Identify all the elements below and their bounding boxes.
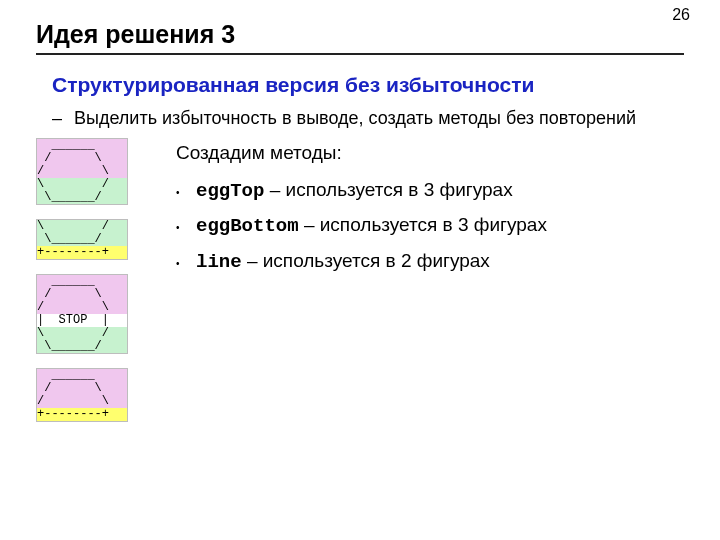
slide: 26 Идея решения 3 Структурированная верс… [0, 0, 720, 540]
ascii-figure-egg: ______ / \ / \\ / \______/ [36, 138, 128, 205]
dash-text: Выделить избыточность в выводе, создать … [74, 107, 636, 130]
bullet-icon: • [176, 253, 196, 275]
ascii-figure-hat: ______ / \ / \+--------+ [36, 368, 128, 422]
list-item: • eggTop – используется в 3 фигурах [176, 173, 547, 208]
method-desc: – используется в 2 фигурах [242, 250, 490, 271]
bullet-icon: • [176, 182, 196, 204]
content-row: ______ / \ / \\ / \______/ \ / \______/+… [36, 138, 684, 436]
methods-list: • eggTop – используется в 3 фигурах • eg… [176, 173, 547, 279]
dash-bullet: – Выделить избыточность в выводе, создат… [52, 107, 684, 130]
methods-intro: Создадим методы: [176, 138, 547, 167]
list-item: • line – используется в 2 фигурах [176, 244, 547, 279]
page-number: 26 [672, 6, 690, 24]
method-code: eggBottom [196, 215, 299, 237]
list-item: • eggBottom – используется в 3 фигурах [176, 208, 547, 243]
dash-marker: – [52, 107, 74, 130]
method-code: line [196, 251, 242, 273]
methods-block: Создадим методы: • eggTop – используется… [176, 138, 547, 280]
bullet-icon: • [176, 217, 196, 239]
method-line: line – используется в 2 фигурах [196, 246, 490, 277]
slide-title: Идея решения 3 [36, 20, 684, 49]
method-line: eggBottom – используется в 3 фигурах [196, 210, 547, 241]
title-rule [36, 53, 684, 55]
ascii-figure-cup: \ / \______/+--------+ [36, 219, 128, 260]
method-desc: – используется в 3 фигурах [264, 179, 512, 200]
ascii-column: ______ / \ / \\ / \______/ \ / \______/+… [36, 138, 146, 436]
ascii-figure-stop: ______ / \ / \| STOP |\ / \______/ [36, 274, 128, 354]
section-subhead: Структурированная версия без избыточност… [52, 73, 684, 97]
method-desc: – используется в 3 фигурах [299, 214, 547, 235]
method-code: eggTop [196, 180, 264, 202]
method-line: eggTop – используется в 3 фигурах [196, 175, 513, 206]
